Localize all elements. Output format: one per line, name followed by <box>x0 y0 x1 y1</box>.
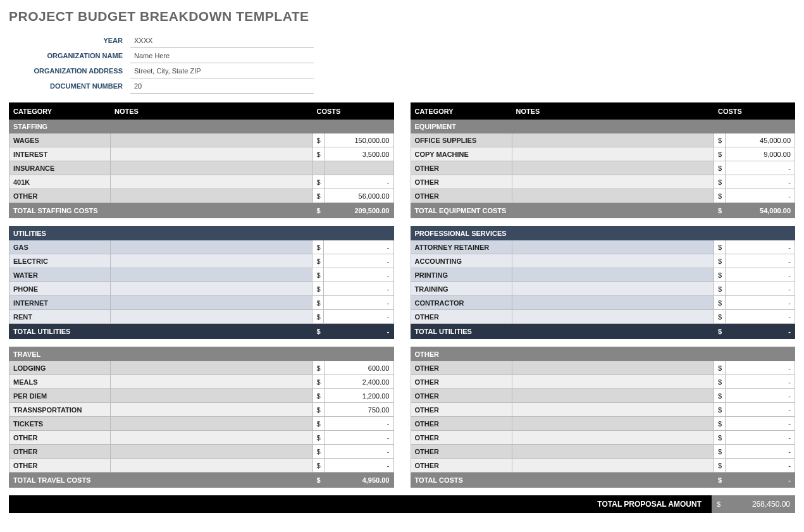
row-label: OTHER <box>411 459 512 473</box>
row-cost[interactable] <box>324 161 393 175</box>
row-cost[interactable]: - <box>726 175 795 189</box>
row-label: OTHER <box>411 431 512 445</box>
row-cost[interactable]: - <box>725 254 795 268</box>
row-cost[interactable]: - <box>324 240 393 254</box>
row-cost[interactable]: - <box>324 268 393 282</box>
row-notes[interactable] <box>512 375 714 389</box>
meta-docnum-value[interactable]: 20 <box>130 78 314 94</box>
currency-symbol: $ <box>714 403 726 417</box>
row-notes[interactable] <box>111 133 313 147</box>
row-notes[interactable] <box>111 268 312 282</box>
row-notes[interactable] <box>512 431 714 445</box>
row-cost[interactable]: 9,000.00 <box>726 147 795 161</box>
row-notes[interactable] <box>111 161 313 175</box>
row-cost[interactable]: 56,000.00 <box>324 189 393 203</box>
row-cost[interactable]: - <box>324 310 393 324</box>
row-cost[interactable]: - <box>324 282 393 296</box>
row-cost[interactable]: - <box>726 389 795 403</box>
row-cost[interactable]: - <box>726 361 795 375</box>
row-cost[interactable]: 750.00 <box>324 403 393 417</box>
row-notes[interactable] <box>512 445 714 459</box>
row-notes[interactable] <box>512 310 714 324</box>
row-notes[interactable] <box>512 147 714 161</box>
row-notes[interactable] <box>111 189 313 203</box>
meta-orgaddr-value[interactable]: Street, City, State ZIP <box>130 63 314 78</box>
currency-symbol: $ <box>714 240 725 254</box>
currency-symbol: $ <box>312 361 324 375</box>
table-row: OFFICE SUPPLIES$45,000.00 <box>411 133 795 147</box>
row-cost[interactable]: - <box>725 296 795 310</box>
row-cost[interactable]: - <box>726 431 795 445</box>
row-cost[interactable]: - <box>324 254 393 268</box>
row-notes[interactable] <box>111 389 313 403</box>
total-value: - <box>324 324 393 339</box>
row-notes[interactable] <box>111 310 312 324</box>
row-cost[interactable]: 600.00 <box>324 361 393 375</box>
meta-orgname-value[interactable]: Name Here <box>130 48 314 63</box>
currency-symbol: $ <box>312 445 324 459</box>
row-cost[interactable]: - <box>726 161 795 175</box>
row-cost[interactable]: - <box>726 445 795 459</box>
meta-year-value[interactable]: XXXX <box>130 33 314 48</box>
total-row: TOTAL UTILITIES$- <box>411 324 795 339</box>
row-notes[interactable] <box>512 296 714 310</box>
row-cost[interactable]: - <box>726 459 795 473</box>
row-cost[interactable]: - <box>726 403 795 417</box>
row-cost[interactable]: 3,500.00 <box>324 147 393 161</box>
row-notes[interactable] <box>512 175 714 189</box>
row-cost[interactable]: - <box>324 296 393 310</box>
row-cost[interactable]: - <box>725 240 795 254</box>
row-notes[interactable] <box>512 417 714 431</box>
row-cost[interactable]: - <box>324 459 393 473</box>
row-notes[interactable] <box>512 459 714 473</box>
row-notes[interactable] <box>512 361 714 375</box>
row-notes[interactable] <box>512 189 714 203</box>
row-cost[interactable]: - <box>324 417 393 431</box>
row-cost[interactable]: - <box>324 431 393 445</box>
row-notes[interactable] <box>512 268 714 282</box>
table-row: OTHER$- <box>411 161 795 175</box>
row-cost[interactable]: - <box>324 445 393 459</box>
row-notes[interactable] <box>512 161 714 175</box>
row-label: OTHER <box>411 361 512 375</box>
row-cost[interactable]: 150,000.00 <box>324 133 393 147</box>
row-cost[interactable]: - <box>726 417 795 431</box>
row-notes[interactable] <box>111 431 313 445</box>
row-notes[interactable] <box>111 445 313 459</box>
row-notes[interactable] <box>512 240 714 254</box>
row-notes[interactable] <box>512 133 714 147</box>
row-notes[interactable] <box>111 282 312 296</box>
total-label: TOTAL UTILITIES <box>9 324 312 339</box>
row-notes[interactable] <box>111 240 312 254</box>
row-notes[interactable] <box>111 175 313 189</box>
row-cost[interactable]: - <box>725 268 795 282</box>
row-notes[interactable] <box>111 296 312 310</box>
row-notes[interactable] <box>111 403 313 417</box>
header-notes: NOTES <box>111 103 313 120</box>
row-cost[interactable]: - <box>726 375 795 389</box>
row-cost[interactable]: 1,200.00 <box>324 389 393 403</box>
row-notes[interactable] <box>111 361 313 375</box>
row-cost[interactable]: - <box>324 175 393 189</box>
row-cost[interactable]: 2,400.00 <box>324 375 393 389</box>
currency-symbol: $ <box>312 147 324 161</box>
row-notes[interactable] <box>111 417 313 431</box>
row-notes[interactable] <box>512 389 714 403</box>
row-cost[interactable]: - <box>725 282 795 296</box>
row-notes[interactable] <box>111 254 312 268</box>
page-title: PROJECT BUDGET BREAKDOWN TEMPLATE <box>9 9 795 24</box>
row-notes[interactable] <box>111 147 313 161</box>
row-notes[interactable] <box>111 459 313 473</box>
row-notes[interactable] <box>512 403 714 417</box>
row-label: ATTORNEY RETAINER <box>411 240 512 254</box>
row-label: WATER <box>9 268 111 282</box>
row-label: WAGES <box>9 133 111 147</box>
row-cost[interactable]: 45,000.00 <box>726 133 795 147</box>
row-notes[interactable] <box>111 375 313 389</box>
row-notes[interactable] <box>512 254 714 268</box>
row-notes[interactable] <box>512 282 714 296</box>
table-row: WAGES$150,000.00 <box>9 133 394 147</box>
row-label: INSURANCE <box>9 161 111 175</box>
row-cost[interactable]: - <box>725 310 795 324</box>
row-cost[interactable]: - <box>726 189 795 203</box>
